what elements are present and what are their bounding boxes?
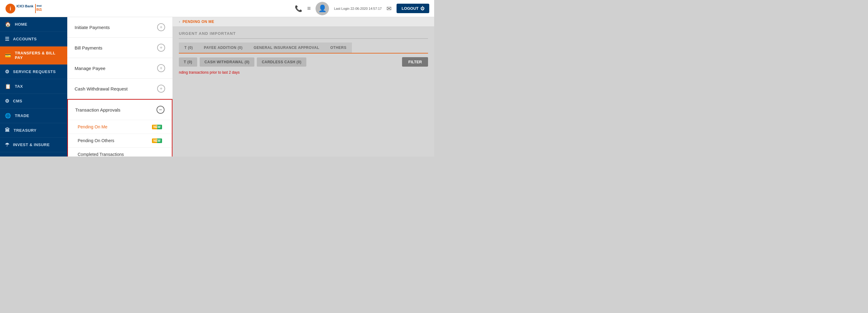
- expand-payee-icon: +: [157, 64, 165, 72]
- avatar[interactable]: 👤: [315, 2, 329, 15]
- filter-tab-cardless-cash[interactable]: CARDLESS CASH (0): [257, 58, 306, 67]
- last-login-info: Last Login 22-06-2020 14:57:17: [334, 7, 381, 10]
- trade-icon: 🌐: [5, 113, 11, 119]
- tabs-row: T (0) PAYEE ADDITION (0) GENERAL INSURAN…: [179, 42, 428, 54]
- treasury-icon: 🏛: [5, 127, 10, 133]
- phone-icon[interactable]: 📞: [295, 5, 302, 12]
- sidebar-item-treasury[interactable]: 🏛 TREASURY: [0, 123, 67, 137]
- svg-text:i: i: [10, 6, 11, 11]
- transfers-icon: 💳: [5, 53, 11, 58]
- sidebar: 🏠 HOME ☰ ACCOUNTS 💳 TRANSFERS & BILL PAY…: [0, 17, 67, 156]
- warning-text: nding transactions prior to last 2 days: [179, 70, 428, 74]
- expand-cash-icon: +: [157, 85, 165, 93]
- svg-text:ICICI Bank: ICICI Bank: [17, 4, 34, 8]
- menu-icon[interactable]: ≡: [307, 5, 311, 12]
- sub-item-pending-me[interactable]: Pending On Me NEW: [68, 120, 172, 133]
- svg-text:Insta: Insta: [37, 4, 41, 7]
- transaction-approvals-section: Transaction Approvals − Pending On Me NE…: [67, 99, 173, 156]
- sidebar-item-tax[interactable]: 📋 TAX: [0, 79, 67, 94]
- logo-container: i ICICI Bank Insta BIZ▶: [5, 2, 41, 15]
- header: i ICICI Bank Insta BIZ▶ 📞 ≡ 👤 Last Login…: [0, 0, 434, 17]
- accounts-icon: ☰: [5, 36, 9, 42]
- sidebar-item-home[interactable]: 🏠 HOME: [0, 17, 67, 32]
- bank-logo-svg: i ICICI Bank Insta BIZ▶: [5, 2, 41, 15]
- invest-icon: ☂: [5, 142, 9, 148]
- filter-row: T (0) CASH WITHDRAWAL (0) CARDLESS CASH …: [179, 57, 428, 67]
- sidebar-item-service[interactable]: ⚙ SERVICE REQUESTS: [0, 64, 67, 79]
- new-badge-pending-others: NEW: [152, 138, 162, 143]
- svg-text:BIZ▶: BIZ▶: [36, 8, 41, 11]
- home-icon: 🏠: [5, 22, 11, 27]
- breadcrumb-link[interactable]: PENDING ON ME: [183, 20, 214, 24]
- tab-others[interactable]: OTHERS: [325, 42, 352, 53]
- tax-icon: 📋: [5, 84, 11, 89]
- dropdown-transaction-approvals[interactable]: Transaction Approvals −: [68, 100, 172, 120]
- expand-bill-icon: +: [157, 44, 165, 52]
- cms-icon: ⚙: [5, 98, 9, 104]
- sidebar-item-transfers[interactable]: 💳 TRANSFERS & BILL PAY: [0, 46, 67, 64]
- sidebar-item-cms[interactable]: ⚙ CMS: [0, 94, 67, 108]
- breadcrumb-chevron-icon: ›: [179, 20, 180, 24]
- filter-tab-t0[interactable]: T (0): [179, 58, 197, 67]
- service-icon: ⚙: [5, 69, 9, 74]
- sub-item-completed[interactable]: Completed Transactions: [68, 147, 172, 156]
- section-header: URGENT AND IMPORTANT: [179, 31, 428, 39]
- main-layout: 🏠 HOME ☰ ACCOUNTS 💳 TRANSFERS & BILL PAY…: [0, 17, 434, 156]
- header-right: 📞 ≡ 👤 Last Login 22-06-2020 14:57:17 ✉ L…: [295, 2, 429, 15]
- filter-tabs: T (0) CASH WITHDRAWAL (0) CARDLESS CASH …: [179, 58, 306, 67]
- filter-button[interactable]: FILTER: [402, 57, 428, 67]
- dropdown-cash-withdrawal[interactable]: Cash Withdrawal Request +: [67, 79, 173, 99]
- icici-logo: i ICICI Bank Insta BIZ▶: [5, 2, 41, 15]
- breadcrumb-bar: › PENDING ON ME: [173, 17, 434, 26]
- sub-item-pending-others[interactable]: Pending On Others NEW: [68, 133, 172, 147]
- collapse-approvals-icon: −: [157, 106, 164, 114]
- tab-payee-addition[interactable]: PAYEE ADDITION (0): [198, 42, 248, 53]
- filter-tab-cash-withdrawal[interactable]: CASH WITHDRAWAL (0): [200, 58, 254, 67]
- power-icon: ⏻: [421, 6, 424, 11]
- new-badge-pending-me: NEW: [152, 125, 162, 129]
- tab-payment[interactable]: T (0): [179, 42, 198, 53]
- sidebar-item-trade[interactable]: 🌐 TRADE: [0, 108, 67, 123]
- approvals-sub-items: Pending On Me NEW Pending On Others NEW …: [68, 120, 172, 156]
- dropdown-bill-payments[interactable]: Bill Payments +: [67, 38, 173, 58]
- tab-insurance[interactable]: GENERAL INSURANCE APPROVAL: [248, 42, 325, 53]
- content-area: URGENT AND IMPORTANT T (0) PAYEE ADDITIO…: [173, 26, 434, 80]
- expand-initiate-icon: +: [157, 23, 165, 31]
- mail-icon[interactable]: ✉: [386, 5, 392, 12]
- sidebar-item-invest[interactable]: ☂ INVEST & INSURE: [0, 137, 67, 152]
- main-content: › PENDING ON ME URGENT AND IMPORTANT T (…: [173, 17, 434, 156]
- dropdown-manage-payee[interactable]: Manage Payee +: [67, 58, 173, 79]
- logout-button[interactable]: LOGOUT ⏻: [397, 4, 429, 13]
- dropdown-initiate-payments[interactable]: Initiate Payments +: [67, 17, 173, 38]
- dropdown-menu: Initiate Payments + Bill Payments + Mana…: [67, 17, 173, 156]
- sidebar-item-accounts[interactable]: ☰ ACCOUNTS: [0, 32, 67, 46]
